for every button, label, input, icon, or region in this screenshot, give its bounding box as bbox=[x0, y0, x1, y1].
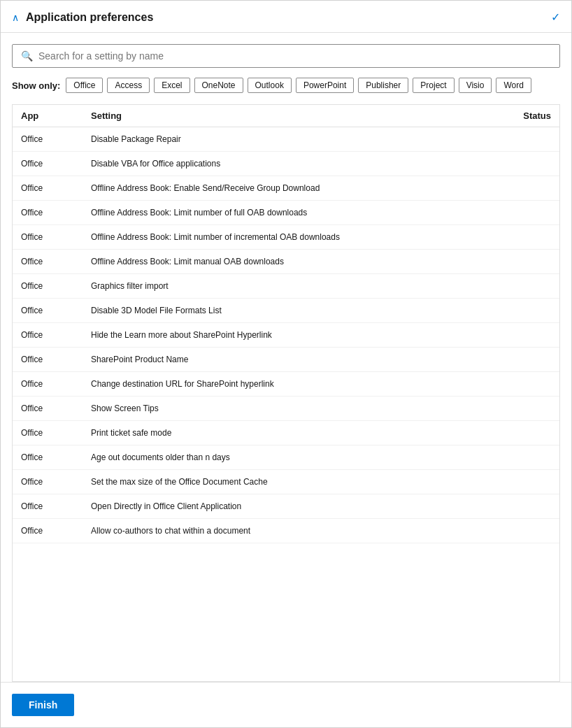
cell-setting: Set the max size of the Office Document … bbox=[91, 477, 481, 487]
search-box: 🔍 bbox=[12, 44, 560, 68]
content-area: 🔍 Show only: OfficeAccessExcelOneNoteOut… bbox=[1, 33, 571, 682]
filter-btn-office[interactable]: Office bbox=[66, 78, 103, 93]
cell-app: Office bbox=[21, 526, 91, 536]
filter-btn-access[interactable]: Access bbox=[107, 78, 150, 93]
filter-btn-onenote[interactable]: OneNote bbox=[194, 78, 243, 93]
cell-app: Office bbox=[21, 452, 91, 462]
table-row[interactable]: OfficeSharePoint Product Name bbox=[13, 348, 559, 372]
table-header: App Setting Status bbox=[13, 105, 559, 127]
cell-app: Office bbox=[21, 404, 91, 413]
show-only-label: Show only: bbox=[12, 80, 60, 91]
cell-app: Office bbox=[21, 257, 91, 266]
table-container: App Setting Status OfficeDisable Package… bbox=[12, 104, 560, 682]
col-status-header: Status bbox=[481, 110, 551, 121]
cell-app: Office bbox=[21, 134, 91, 144]
cell-app: Office bbox=[21, 330, 91, 340]
filter-btn-outlook[interactable]: Outlook bbox=[248, 78, 292, 93]
filter-btn-publisher[interactable]: Publisher bbox=[358, 78, 408, 93]
cell-app: Office bbox=[21, 159, 91, 169]
table-body: OfficeDisable Package RepairOfficeDisabl… bbox=[13, 127, 559, 543]
filter-btn-word[interactable]: Word bbox=[496, 78, 531, 93]
table-row[interactable]: OfficeOffline Address Book: Enable Send/… bbox=[13, 176, 559, 201]
table-row[interactable]: OfficeSet the max size of the Office Doc… bbox=[13, 470, 559, 494]
cell-setting: Change destination URL for SharePoint hy… bbox=[91, 379, 481, 389]
cell-setting: Offline Address Book: Limit number of in… bbox=[91, 232, 481, 242]
cell-setting: Disable Package Repair bbox=[91, 134, 481, 144]
cell-app: Office bbox=[21, 355, 91, 364]
cell-app: Office bbox=[21, 232, 91, 242]
check-icon[interactable]: ✓ bbox=[551, 10, 560, 24]
col-setting-header: Setting bbox=[91, 110, 481, 121]
table-row[interactable]: OfficeOffline Address Book: Limit number… bbox=[13, 225, 559, 250]
finish-button[interactable]: Finish bbox=[12, 694, 74, 716]
header-left: ∧ Application preferences bbox=[12, 11, 153, 24]
main-container: ∧ Application preferences ✓ 🔍 Show only:… bbox=[0, 0, 572, 728]
cell-setting: Show Screen Tips bbox=[91, 404, 481, 413]
table-row[interactable]: OfficeGraphics filter import bbox=[13, 274, 559, 299]
cell-setting: Open Directly in Office Client Applicati… bbox=[91, 501, 481, 511]
table-row[interactable]: OfficePrint ticket safe mode bbox=[13, 421, 559, 445]
table-row[interactable]: OfficeHide the Learn more about SharePoi… bbox=[13, 323, 559, 348]
table-row[interactable]: OfficeShow Screen Tips bbox=[13, 397, 559, 421]
header: ∧ Application preferences ✓ bbox=[1, 1, 571, 33]
table-row[interactable]: OfficeAge out documents older than n day… bbox=[13, 445, 559, 470]
table-row[interactable]: OfficeDisable 3D Model File Formats List bbox=[13, 299, 559, 323]
cell-setting: Disable 3D Model File Formats List bbox=[91, 306, 481, 315]
cell-app: Office bbox=[21, 501, 91, 511]
filter-btn-visio[interactable]: Visio bbox=[459, 78, 492, 93]
search-icon: 🔍 bbox=[21, 50, 33, 62]
table-row[interactable]: OfficeAllow co-authors to chat within a … bbox=[13, 519, 559, 543]
cell-app: Office bbox=[21, 379, 91, 389]
filter-row: Show only: OfficeAccessExcelOneNoteOutlo… bbox=[12, 78, 560, 93]
table-row[interactable]: OfficeOffline Address Book: Limit manual… bbox=[13, 250, 559, 274]
table-row[interactable]: OfficeOpen Directly in Office Client App… bbox=[13, 494, 559, 519]
search-input[interactable] bbox=[38, 50, 551, 62]
cell-setting: Offline Address Book: Limit manual OAB d… bbox=[91, 257, 481, 266]
cell-app: Office bbox=[21, 428, 91, 438]
filter-btn-powerpoint[interactable]: PowerPoint bbox=[296, 78, 354, 93]
footer: Finish bbox=[1, 682, 571, 727]
cell-setting: Hide the Learn more about SharePoint Hyp… bbox=[91, 330, 481, 340]
table-row[interactable]: OfficeOffline Address Book: Limit number… bbox=[13, 201, 559, 225]
table-row[interactable]: OfficeDisable Package Repair bbox=[13, 127, 559, 152]
cell-app: Office bbox=[21, 208, 91, 217]
table-row[interactable]: OfficeChange destination URL for SharePo… bbox=[13, 372, 559, 397]
cell-setting: SharePoint Product Name bbox=[91, 355, 481, 364]
cell-app: Office bbox=[21, 281, 91, 291]
cell-setting: Offline Address Book: Enable Send/Receiv… bbox=[91, 183, 481, 193]
cell-setting: Allow co-authors to chat within a docume… bbox=[91, 526, 481, 536]
cell-app: Office bbox=[21, 477, 91, 487]
cell-setting: Graphics filter import bbox=[91, 281, 481, 291]
cell-setting: Disable VBA for Office applications bbox=[91, 159, 481, 169]
cell-app: Office bbox=[21, 183, 91, 193]
filter-btn-project[interactable]: Project bbox=[413, 78, 454, 93]
table-row[interactable]: OfficeDisable VBA for Office application… bbox=[13, 152, 559, 176]
page-title: Application preferences bbox=[26, 11, 153, 24]
col-app-header: App bbox=[21, 110, 91, 121]
cell-setting: Age out documents older than n days bbox=[91, 452, 481, 462]
cell-setting: Offline Address Book: Limit number of fu… bbox=[91, 208, 481, 217]
cell-setting: Print ticket safe mode bbox=[91, 428, 481, 438]
collapse-icon[interactable]: ∧ bbox=[12, 12, 19, 23]
filter-btn-excel[interactable]: Excel bbox=[154, 78, 190, 93]
cell-app: Office bbox=[21, 306, 91, 315]
